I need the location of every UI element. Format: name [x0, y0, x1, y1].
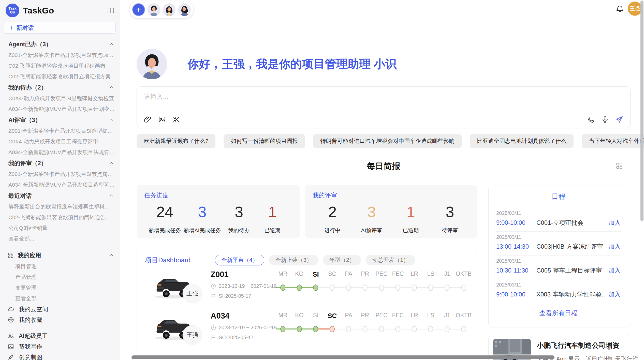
sidebar-collapse-icon[interactable]: [107, 7, 115, 14]
milestone-label: FEC: [390, 312, 406, 320]
stat-value: 3: [184, 204, 221, 220]
add-agent-button[interactable]: +: [132, 3, 145, 16]
schedule-join-link[interactable]: 加入: [608, 243, 621, 251]
milestone-label: FEC: [390, 271, 406, 278]
dashboard-tab[interactable]: 动总开发（1）: [366, 255, 415, 265]
chat-input-card: [137, 86, 631, 128]
chat-input[interactable]: [144, 93, 623, 100]
phone-icon[interactable]: [587, 116, 595, 123]
dashboard-tab[interactable]: 全新上装（3）: [269, 255, 318, 265]
sidebar-apps-header[interactable]: 我的应用: [0, 249, 120, 261]
sidebar-item[interactable]: 公司Q3轻卡销量: [0, 223, 120, 233]
sidebar-section-header[interactable]: Agent已办（3）: [0, 39, 120, 50]
stat-item: 3待评审: [435, 204, 465, 234]
milestone-dot: [445, 284, 450, 291]
milestone-dot: [297, 284, 302, 291]
sidebar-item[interactable]: C0X4-动力总成开发项目SI里程碑提交物检查: [0, 93, 120, 104]
sidebar-item[interactable]: Z001-全新燃油轻卡产品开发项目SI造型提交物评审: [0, 126, 120, 136]
sidebar-section-label: Agent已办（3）: [8, 40, 52, 48]
sidebar-section-header[interactable]: 我的待办（2）: [0, 82, 120, 93]
sidebar-link-cloud[interactable]: 我的云空间: [0, 304, 120, 314]
sidebar-section-label: AI评审（3）: [8, 116, 41, 124]
schedule-line: 9:00-10:00X003-车辆动力学性能验...加入: [496, 290, 621, 298]
send-icon[interactable]: [616, 116, 623, 123]
suggestion-chip[interactable]: 当下年轻人对汽车外观有怎样的喜好趋势: [582, 134, 644, 148]
dashboard-tab[interactable]: 全新平台（4）: [215, 255, 264, 265]
stat-columns: 2进行中3AI预评审1已逾期3待评审: [313, 204, 470, 234]
sidebar-link-label: 帮我写作: [19, 343, 42, 351]
project-row[interactable]: 王强Z0012023-12-19 ~ 2027-01-19SI-2025-05-…: [145, 265, 477, 307]
schedule-name: X003-车辆动力学性能验...: [536, 290, 605, 298]
vertical-scrollbar[interactable]: [640, 1, 643, 221]
sidebar-item[interactable]: C02-飞腾新能源轻客改款项目的闭环通告反馈情况: [0, 212, 120, 223]
milestone-label: J1: [439, 271, 456, 278]
sidebar-link-image-doc[interactable]: 帮我写作: [0, 341, 120, 352]
sidebar-link-quill[interactable]: 创意制图: [0, 352, 120, 360]
sidebar-app-item[interactable]: 项目管理: [0, 261, 120, 272]
sidebar-item[interactable]: Z001-全新燃油轻卡产品开发项目SI节点属性5D文件评审: [0, 169, 120, 179]
sidebar-item[interactable]: A034-全新新能源MUV产品开发项目造型可行性评审: [0, 179, 120, 190]
milestone-dot: [362, 326, 368, 332]
schedule-view-all-link[interactable]: 查看所有日程: [496, 303, 621, 323]
project-owner-name: 王强: [186, 290, 198, 297]
suggestion-chip[interactable]: 比亚迪全固态电池计划具体说了什么: [470, 134, 574, 148]
agent-avatar-1[interactable]: [148, 3, 160, 16]
star-badge-icon: [8, 317, 14, 323]
sidebar-section-header[interactable]: AI评审（3）: [0, 114, 120, 126]
stat-item: 1已逾期: [396, 204, 426, 234]
sidebar-link-people[interactable]: AI超级员工: [0, 331, 120, 341]
suggestion-chip[interactable]: 欧洲新规最近颁布了什么?: [137, 134, 215, 148]
cloud-icon: [8, 306, 14, 312]
chevron-up-icon: [109, 41, 114, 47]
stat-name: 新增完成任务: [149, 227, 181, 234]
agent-avatar-3[interactable]: [178, 3, 191, 16]
user-avatar[interactable]: 王强: [628, 2, 642, 16]
milestone-connector: [368, 287, 379, 288]
sidebar-header: Task Go TaskGo: [0, 0, 120, 20]
sidebar-section-header[interactable]: 最近对话: [0, 190, 120, 201]
scissors-icon[interactable]: [172, 116, 180, 123]
project-row[interactable]: 王强A0342023-12-19 ~ 2026-01-19SC-2025-05-…: [145, 307, 477, 348]
dashboard-tab[interactable]: 年型（2）: [323, 255, 361, 265]
sidebar-app-item[interactable]: 查看全部...: [0, 293, 120, 304]
vertical-scroll-down-arrow[interactable]: [607, 348, 611, 351]
sidebar-link-star-badge[interactable]: 我的收藏: [0, 314, 120, 325]
sidebar-item[interactable]: C02-飞腾新能源轻客改款项目立项汇报方案: [0, 71, 120, 82]
schedule-title: 日程: [496, 192, 621, 201]
sidebar-item[interactable]: 查看全部...: [0, 233, 120, 244]
briefing-layout-icon[interactable]: [616, 162, 623, 169]
schedule-join-link[interactable]: 加入: [608, 219, 621, 227]
sidebar-item[interactable]: A034-全新新能源MUV产品开发项目法规符合性评审: [0, 147, 120, 158]
schedule-join-link[interactable]: 加入: [608, 266, 621, 275]
sidebar-item[interactable]: 解释最新出台的欧盟报废车法规再生塑料比例被调至15%...: [0, 201, 120, 212]
sidebar-app-item[interactable]: 产品管理: [0, 272, 120, 282]
suggestion-chip[interactable]: 特朗普可能对进口汽车增税会对中国车企造成哪些影响: [313, 134, 462, 148]
stat-item: 24新增完成任务: [149, 204, 181, 234]
attachment-icon[interactable]: [144, 116, 152, 123]
suggestion-chip[interactable]: 如何写一份清晰的项目周报: [224, 134, 305, 148]
milestone-label: OKTB: [456, 271, 472, 278]
stat-name: 新增AI完成任务: [184, 227, 221, 234]
sidebar-app-item[interactable]: 变更管理: [0, 282, 120, 293]
project-dashboard-card: 项目Dashboard 全新平台（4）全新上装（3）年型（2）动总开发（1） 王…: [137, 248, 477, 360]
schedule-join-link[interactable]: 加入: [608, 290, 621, 298]
horizontal-scrollbar[interactable]: [131, 355, 554, 359]
sidebar-item[interactable]: A034-全新新能源MUV产品开发项目计划变更表编写: [0, 104, 120, 114]
sidebar-section-header[interactable]: 我的评审（2）: [0, 158, 120, 169]
sidebar-item[interactable]: Z001-全新燃油皮卡产品开发项目SI节点Lesson Learn报告: [0, 50, 120, 61]
milestone-dot: [395, 326, 400, 332]
project-list: 王强Z0012023-12-19 ~ 2027-01-19SI-2025-05-…: [145, 265, 477, 348]
image-icon[interactable]: [158, 116, 166, 123]
apps-grid-icon: [8, 252, 14, 258]
sidebar-item[interactable]: C02-飞腾新能源轻客改款项目里程碑画布: [0, 61, 120, 71]
microphone-icon[interactable]: [601, 116, 609, 123]
agent-avatar-2[interactable]: [163, 3, 175, 16]
image-doc-icon: [8, 343, 14, 350]
new-chat-label: 新对话: [16, 24, 34, 32]
sidebar-item[interactable]: C0X4-动力总成开发项目工程变更评审: [0, 136, 120, 147]
horizontal-scroll-right-arrow[interactable]: [608, 356, 611, 359]
milestone-label: OKTB: [456, 312, 472, 320]
notification-bell-icon[interactable]: [616, 5, 624, 13]
stat-name: 我的待办: [224, 227, 254, 234]
new-chat-button[interactable]: + 新对话: [4, 22, 116, 34]
